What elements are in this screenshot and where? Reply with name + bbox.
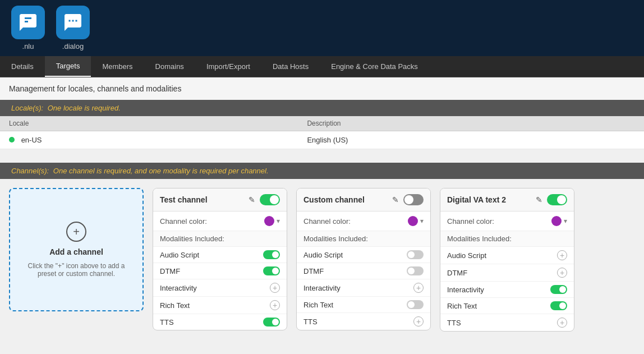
locale-col-description: Description xyxy=(298,116,644,131)
locale-table: Locale Description en-US English (US) xyxy=(0,116,644,149)
spacer xyxy=(0,149,644,163)
app-nlu[interactable]: .nlu xyxy=(11,6,45,50)
channel-section: + Add a channel Click the "+" icon above… xyxy=(0,179,644,341)
modality-tts-custom: TTS xyxy=(303,318,318,326)
modality-row: TTS xyxy=(153,314,287,330)
app-dialog[interactable]: .dialog xyxy=(56,6,90,50)
modality-toggle-dtmf-custom[interactable] xyxy=(407,266,424,275)
channel-section-header: Channel(s): One channel is required, and… xyxy=(0,163,644,179)
channel-title-digital-va: Digital VA text 2 xyxy=(447,195,506,204)
modality-row: Audio Script xyxy=(297,246,430,263)
add-channel-title: Add a channel xyxy=(49,247,103,256)
color-swatch-test[interactable]: ▾ xyxy=(264,216,280,226)
edit-icon-custom[interactable]: ✎ xyxy=(392,195,399,204)
modality-add-interactivity-custom[interactable]: + xyxy=(413,283,424,293)
modality-tts-digital-va: TTS xyxy=(447,319,461,327)
page-subtitle: Management for locales, channels and mod… xyxy=(0,77,644,100)
modality-toggle-audio-script-custom[interactable] xyxy=(407,250,424,259)
tab-data-hosts[interactable]: Data Hosts xyxy=(261,56,320,77)
modality-row: Interactivity + xyxy=(153,279,287,296)
tab-targets[interactable]: Targets xyxy=(45,56,91,77)
color-dot-test xyxy=(264,216,274,226)
channel-card-digital-va: Digital VA text 2 ✎ Channel color: ▾ Mod… xyxy=(440,188,574,332)
channel-toggle-test[interactable] xyxy=(260,194,280,205)
modality-toggle-interactivity-digital-va[interactable] xyxy=(550,285,567,294)
tab-engine-core[interactable]: Engine & Core Data Packs xyxy=(320,56,429,77)
modality-row: Interactivity xyxy=(440,281,574,297)
modality-rich-text-custom: Rich Text xyxy=(303,301,333,309)
nlu-label: .nlu xyxy=(22,42,34,50)
channel-card-header-digital-va: Digital VA text 2 ✎ xyxy=(440,189,574,212)
modality-toggle-tts-test[interactable] xyxy=(263,318,280,327)
channel-toggle-custom[interactable] xyxy=(403,194,424,205)
modality-row: TTS + xyxy=(297,312,430,330)
color-chevron-test: ▾ xyxy=(277,217,280,225)
modality-row: Rich Text xyxy=(440,297,574,314)
modality-dtmf-digital-va: DTMF xyxy=(447,269,467,277)
modality-interactivity-digital-va: Interactivity xyxy=(447,286,484,294)
channel-card-test: Test channel ✎ Channel color: ▾ Modaliti… xyxy=(153,188,287,330)
modality-audio-script-test: Audio Script xyxy=(160,251,199,259)
color-chevron-custom: ▾ xyxy=(420,217,424,225)
channel-color-row-test: Channel color: ▾ xyxy=(153,212,287,231)
locale-section-header: Locale(s): One locale is required. xyxy=(0,100,644,116)
modality-row: TTS + xyxy=(440,314,574,331)
color-swatch-custom[interactable]: ▾ xyxy=(408,216,424,226)
main-content: Management for locales, channels and mod… xyxy=(0,77,644,354)
modality-tts-test: TTS xyxy=(160,318,174,327)
nav-tabs: Details Targets Members Domains Import/E… xyxy=(0,56,644,77)
modality-interactivity-test: Interactivity xyxy=(160,284,197,292)
locale-code-cell: en-US xyxy=(0,131,298,149)
modality-add-tts-custom[interactable]: + xyxy=(413,316,424,327)
color-dot-digital-va xyxy=(551,216,562,226)
modality-toggle-rich-text-custom[interactable] xyxy=(407,300,424,309)
app-header: .nlu .dialog xyxy=(0,0,644,56)
modalities-label-digital-va: Modalities Included: xyxy=(440,231,574,246)
color-swatch-digital-va[interactable]: ▾ xyxy=(551,216,567,226)
channel-card-header-custom: Custom channel ✎ xyxy=(297,189,430,212)
modality-toggle-dtmf-test[interactable] xyxy=(263,266,280,275)
modality-row: DTMF xyxy=(153,263,287,279)
tab-details[interactable]: Details xyxy=(0,56,45,77)
modality-dtmf-test: DTMF xyxy=(160,267,180,275)
modality-interactivity-custom: Interactivity xyxy=(303,284,341,292)
modalities-label-test: Modalities Included: xyxy=(153,231,287,246)
modality-row: DTMF + xyxy=(440,264,574,281)
add-channel-plus-icon[interactable]: + xyxy=(66,222,86,242)
locale-description-cell: English (US) xyxy=(298,131,644,149)
modality-add-audio-script-digital-va[interactable]: + xyxy=(557,250,567,260)
tab-members[interactable]: Members xyxy=(91,56,144,77)
channel-color-row-digital-va: Channel color: ▾ xyxy=(440,212,574,231)
channel-title-custom: Custom channel xyxy=(303,195,365,204)
modality-row: Rich Text + xyxy=(153,296,287,314)
modality-row: Audio Script xyxy=(153,246,287,263)
modality-row: DTMF xyxy=(297,263,430,279)
channel-color-label-test: Channel color: xyxy=(160,217,207,226)
modality-add-rich-text-test[interactable]: + xyxy=(270,300,280,310)
channel-color-label-digital-va: Channel color: xyxy=(447,217,494,226)
edit-icon-digital-va[interactable]: ✎ xyxy=(536,195,542,204)
table-row: en-US English (US) xyxy=(0,131,644,149)
dialog-label: .dialog xyxy=(62,42,84,50)
dialog-icon xyxy=(56,6,90,39)
edit-icon-test[interactable]: ✎ xyxy=(249,195,255,204)
modality-row: Interactivity + xyxy=(297,279,430,296)
modality-add-tts-digital-va[interactable]: + xyxy=(557,318,567,328)
tab-import-export[interactable]: Import/Export xyxy=(195,56,261,77)
modality-add-interactivity-test[interactable]: + xyxy=(270,283,280,293)
modality-row: Rich Text xyxy=(297,296,430,312)
nlu-icon xyxy=(11,6,45,39)
modality-toggle-audio-script-test[interactable] xyxy=(263,250,280,259)
modality-audio-script-custom: Audio Script xyxy=(303,251,343,259)
modality-toggle-rich-text-digital-va[interactable] xyxy=(550,301,567,310)
modality-audio-script-digital-va: Audio Script xyxy=(447,251,486,260)
modality-dtmf-custom: DTMF xyxy=(303,267,324,275)
channel-toggle-digital-va[interactable] xyxy=(547,194,567,205)
modality-rich-text-digital-va: Rich Text xyxy=(447,302,477,310)
tab-domains[interactable]: Domains xyxy=(144,56,195,77)
modality-add-dtmf-digital-va[interactable]: + xyxy=(557,268,567,278)
add-channel-card[interactable]: + Add a channel Click the "+" icon above… xyxy=(9,188,144,311)
channel-icons-custom: ✎ xyxy=(392,194,424,205)
color-dot-custom xyxy=(408,216,418,226)
channel-title-test: Test channel xyxy=(160,195,208,204)
